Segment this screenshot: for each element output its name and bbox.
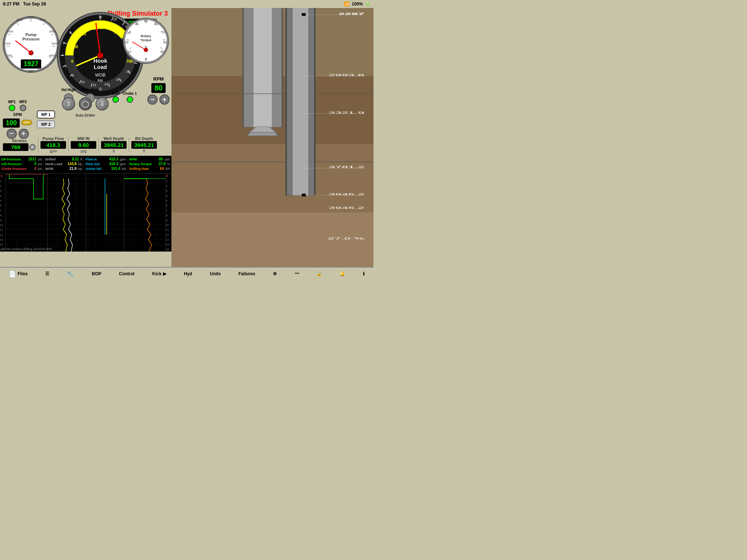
footer-hyd[interactable]: Hyd — [184, 271, 192, 276]
auto-driller-group: ⇧ ◯ ⇩ Auto Driller — [62, 97, 109, 117]
data-panel-left: DP Pressure 1911 psi Kill Pressure 0 psi… — [0, 156, 44, 173]
svg-text:3945.2: 3945.2 — [329, 192, 364, 196]
footer-kick[interactable]: Kick ▶ — [152, 271, 166, 276]
svg-text:500: 500 — [114, 30, 121, 34]
active-vol-label: Active Vol. — [85, 167, 102, 171]
flow-in-value: 418.3 — [109, 157, 118, 161]
footer-control[interactable]: Control — [119, 271, 135, 276]
choke-pressure-unit: psi — [38, 167, 42, 171]
svg-text:10: 10 — [128, 50, 131, 54]
svg-rect-182 — [171, 93, 374, 94]
auto-driller-up[interactable]: ⇧ — [62, 97, 75, 110]
tools-icon: 🔧 — [67, 271, 74, 277]
mp1-button[interactable]: MP 1 — [37, 110, 55, 118]
footer-kick-label: Kick — [152, 271, 161, 276]
mp2-light[interactable] — [20, 105, 26, 111]
spm-decrement[interactable]: − — [7, 129, 17, 139]
mw-in-group: MW IN 9.60 ppg — [71, 136, 96, 153]
strokes-label: Strokes — [12, 139, 27, 143]
footer-failures[interactable]: Failures — [239, 271, 255, 276]
active-vol-unit: bbl — [122, 167, 126, 171]
svg-text:Torque: Torque — [140, 38, 151, 42]
kill-pressure-unit: psi — [38, 162, 42, 166]
footer-bar: 📄 Files ☰ 🔧 BOP Control Kick ▶ Hyd Units… — [0, 267, 374, 280]
off-button[interactable]: OFF — [21, 120, 32, 125]
bit-depth-group: Bit Depth 3945.21 ft — [131, 136, 157, 153]
footer-lock[interactable]: 🔒 — [317, 271, 322, 276]
rotary-torque-data-label: Rotary Torque — [129, 162, 152, 166]
mp1-light[interactable] — [9, 105, 15, 111]
svg-text:100: 100 — [71, 44, 78, 49]
footer-tools[interactable]: 🔧 — [67, 271, 74, 277]
strokes-group: Strokes 769 R — [3, 139, 36, 151]
drilled-label: Drilled — [45, 158, 55, 161]
time-display: 8:27 PM — [3, 1, 19, 7]
footer-units[interactable]: Units — [210, 271, 221, 276]
rpm-decrement[interactable]: − — [147, 94, 158, 105]
wob-label: WOB — [45, 167, 53, 171]
rpm-increment[interactable]: + — [159, 94, 170, 105]
chart-flow — [86, 174, 124, 252]
chart-rpm — [124, 174, 166, 252]
chart-hookload — [48, 174, 86, 252]
settings-icon: ⚙ — [273, 271, 277, 276]
svg-text:kip: kip — [98, 78, 103, 82]
strokes-value: 769 — [3, 143, 28, 151]
kill-pressure-value: 0 — [34, 162, 36, 166]
drilling-rate-label: Drilling Rate — [129, 167, 149, 171]
svg-text:3781.2: 3781.2 — [329, 166, 364, 169]
svg-text:0: 0 — [71, 59, 73, 63]
choke-pressure-label: Choke Pressure — [1, 167, 27, 171]
main-content: 500 1000 1500 2000 2500 3000 3500 4000 4… — [0, 8, 374, 267]
mw-in-value: 9.60 — [71, 141, 96, 149]
flow-out-value: 418.3 — [109, 162, 118, 166]
pump-pressure-unit: psi — [21, 69, 41, 73]
auto-driller-label: Auto Driller — [76, 113, 95, 117]
flow-high-label: Flow High — [81, 88, 99, 92]
footer-settings[interactable]: ⚙ — [273, 271, 277, 276]
left-panel: 500 1000 1500 2000 2500 3000 3500 4000 4… — [0, 8, 171, 267]
svg-text:70: 70 — [162, 31, 165, 34]
footer-info[interactable]: ℹ — [363, 271, 365, 276]
footer-waves[interactable]: 〰 — [295, 271, 299, 276]
choke1-light[interactable] — [127, 96, 133, 103]
svg-point-76 — [97, 52, 103, 58]
data-panels: DP Pressure 1911 psi Kill Pressure 0 psi… — [0, 156, 171, 173]
footer-menu-icon[interactable]: ☰ — [45, 271, 49, 276]
wob-value: 21.9 — [69, 167, 76, 171]
strokes-reset[interactable]: R — [29, 144, 36, 151]
mp2-button[interactable]: MP 2 — [37, 120, 55, 128]
menu-icon: ☰ — [45, 271, 49, 276]
files-icon: 📄 — [9, 271, 16, 277]
auto-driller-down[interactable]: ⇩ — [96, 97, 109, 110]
svg-text:Pressure: Pressure — [22, 37, 39, 41]
svg-text:3945.2: 3945.2 — [329, 206, 364, 210]
drilling-rate-value: 84 — [160, 167, 164, 171]
svg-text:14: 14 — [104, 82, 108, 86]
svg-text:28: 28 — [113, 18, 117, 21]
sound-icon: 🔔 — [340, 271, 345, 276]
bop-light[interactable] — [112, 96, 119, 103]
wob-unit: kip — [78, 167, 82, 171]
svg-text:2000: 2000 — [16, 18, 23, 22]
data-panel-mid-left: Drilled 8.21 ft Hook Load 143.8 kip WOB … — [44, 156, 84, 173]
drilled-value: 8.21 — [72, 157, 79, 161]
flow-out-unit: gpm — [120, 162, 126, 166]
svg-rect-178 — [171, 144, 374, 213]
drilled-unit: ft — [80, 158, 82, 161]
flow-in-label: Flow In — [85, 158, 97, 161]
bit-depth-label: Bit Depth — [135, 136, 153, 141]
mw-in-unit: ppg — [81, 149, 87, 153]
footer-sound[interactable]: 🔔 — [340, 271, 345, 276]
rpm-data-unit: rpm — [165, 158, 170, 161]
footer-files[interactable]: 📄 Files — [9, 271, 27, 277]
footer-bop[interactable]: BOP — [92, 271, 101, 276]
bop-choke-group: BOP Choke 1 — [112, 92, 137, 103]
flow-in-unit: gpm — [120, 158, 126, 161]
svg-rect-183 — [171, 161, 374, 162]
svg-text:90: 90 — [160, 50, 164, 54]
pump-flow-value: 418.3 — [40, 141, 66, 149]
well-depth-group: Well Depth 3945.21 ft — [101, 136, 127, 153]
auto-driller-center[interactable]: ◯ — [79, 97, 92, 110]
spm-increment[interactable]: + — [19, 129, 29, 139]
